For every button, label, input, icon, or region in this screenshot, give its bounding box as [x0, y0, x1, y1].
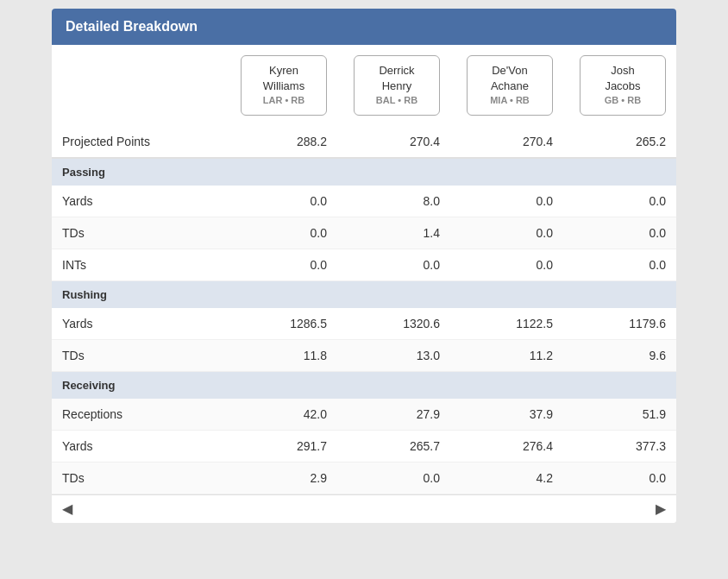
player-card-3: JoshJacobs GB • RB	[580, 55, 666, 116]
cell-2-1-2: 276.4	[450, 430, 563, 462]
player-card-1: DerrickHenry BAL • RB	[354, 55, 440, 116]
breakdown-table: KyrenWilliams LAR • RB DerrickHenry BAL …	[52, 45, 676, 494]
data-row-0-1: TDs0.01.40.00.0	[52, 217, 676, 249]
projected-points-label: Projected Points	[52, 126, 224, 158]
data-row-2-0: Receptions42.027.937.951.9	[52, 399, 676, 431]
section-row-0: Passing	[52, 158, 676, 186]
cell-0-0-3: 0.0	[563, 186, 676, 217]
data-row-1-0: Yards1286.51320.61122.51179.6	[52, 308, 676, 340]
row-label-2-1: Yards	[52, 430, 224, 462]
cell-2-2-0: 2.9	[224, 462, 337, 494]
row-label-2-2: TDs	[52, 462, 224, 494]
player-card-0: KyrenWilliams LAR • RB	[241, 55, 327, 116]
section-label-2: Receiving	[52, 371, 676, 399]
cell-0-2-3: 0.0	[563, 249, 676, 280]
section-row-2: Receiving	[52, 371, 676, 399]
player-header-1: DerrickHenry BAL • RB	[337, 45, 450, 126]
cell-0-0-1: 8.0	[337, 186, 450, 217]
scroll-navigation: ◀ ▶	[52, 494, 676, 523]
data-row-1-1: TDs11.813.011.29.6	[52, 339, 676, 371]
cell-1-1-0: 11.8	[224, 339, 337, 371]
player-card-2: De'VonAchane MIA • RB	[467, 55, 553, 116]
row-label-0-0: Yards	[52, 186, 224, 217]
main-container: Detailed Breakdown KyrenWilliams LAR • R…	[52, 9, 676, 523]
player-header-2: De'VonAchane MIA • RB	[450, 45, 563, 126]
cell-2-1-1: 265.7	[337, 430, 450, 462]
projected-points-value-2: 270.4	[450, 126, 563, 158]
data-row-2-2: TDs2.90.04.20.0	[52, 462, 676, 494]
cell-0-1-1: 1.4	[337, 217, 450, 249]
data-row-0-2: INTs0.00.00.00.0	[52, 249, 676, 280]
row-label-0-2: INTs	[52, 249, 224, 280]
player-meta-3: GB • RB	[593, 94, 653, 107]
cell-0-2-1: 0.0	[337, 249, 450, 280]
scroll-left-button[interactable]: ◀	[59, 500, 76, 518]
cell-2-0-2: 37.9	[450, 399, 563, 431]
data-row-2-1: Yards291.7265.7276.4377.3	[52, 430, 676, 462]
projected-points-value-1: 270.4	[337, 126, 450, 158]
projected-points-value-3: 265.2	[563, 126, 676, 158]
cell-0-2-0: 0.0	[224, 249, 337, 280]
cell-2-0-0: 42.0	[224, 399, 337, 431]
cell-0-1-3: 0.0	[563, 217, 676, 249]
scroll-right-button[interactable]: ▶	[652, 500, 669, 518]
cell-1-0-0: 1286.5	[224, 308, 337, 340]
cell-2-0-3: 51.9	[563, 399, 676, 431]
section-title: Detailed Breakdown	[66, 19, 198, 34]
table-wrapper: KyrenWilliams LAR • RB DerrickHenry BAL …	[52, 45, 676, 494]
section-label-1: Rushing	[52, 280, 676, 308]
cell-1-1-1: 13.0	[337, 339, 450, 371]
projected-points-value-0: 288.2	[224, 126, 337, 158]
cell-1-0-3: 1179.6	[563, 308, 676, 340]
cell-0-2-2: 0.0	[450, 249, 563, 280]
cell-2-2-2: 4.2	[450, 462, 563, 494]
cell-1-1-3: 9.6	[563, 339, 676, 371]
cell-0-0-0: 0.0	[224, 186, 337, 217]
cell-0-0-2: 0.0	[450, 186, 563, 217]
player-name-3: JoshJacobs	[593, 63, 653, 94]
section-header: Detailed Breakdown	[52, 9, 676, 45]
projected-points-row: Projected Points288.2270.4270.4265.2	[52, 126, 676, 158]
data-row-0-0: Yards0.08.00.00.0	[52, 186, 676, 217]
player-header-row: KyrenWilliams LAR • RB DerrickHenry BAL …	[52, 45, 676, 126]
player-meta-1: BAL • RB	[367, 94, 427, 107]
cell-2-0-1: 27.9	[337, 399, 450, 431]
cell-2-1-0: 291.7	[224, 430, 337, 462]
cell-1-0-1: 1320.6	[337, 308, 450, 340]
cell-1-1-2: 11.2	[450, 339, 563, 371]
cell-2-1-3: 377.3	[563, 430, 676, 462]
row-label-2-0: Receptions	[52, 399, 224, 431]
cell-0-1-0: 0.0	[224, 217, 337, 249]
player-header-0: KyrenWilliams LAR • RB	[224, 45, 337, 126]
section-row-1: Rushing	[52, 280, 676, 308]
player-name-0: KyrenWilliams	[254, 63, 314, 94]
player-meta-0: LAR • RB	[254, 94, 314, 107]
player-name-1: DerrickHenry	[367, 63, 427, 94]
empty-header	[52, 45, 224, 126]
row-label-0-1: TDs	[52, 217, 224, 249]
player-meta-2: MIA • RB	[480, 94, 540, 107]
cell-0-1-2: 0.0	[450, 217, 563, 249]
cell-2-2-1: 0.0	[337, 462, 450, 494]
section-label-0: Passing	[52, 158, 676, 186]
cell-1-0-2: 1122.5	[450, 308, 563, 340]
player-name-2: De'VonAchane	[480, 63, 540, 94]
cell-2-2-3: 0.0	[563, 462, 676, 494]
row-label-1-1: TDs	[52, 339, 224, 371]
player-header-3: JoshJacobs GB • RB	[563, 45, 676, 126]
row-label-1-0: Yards	[52, 308, 224, 340]
